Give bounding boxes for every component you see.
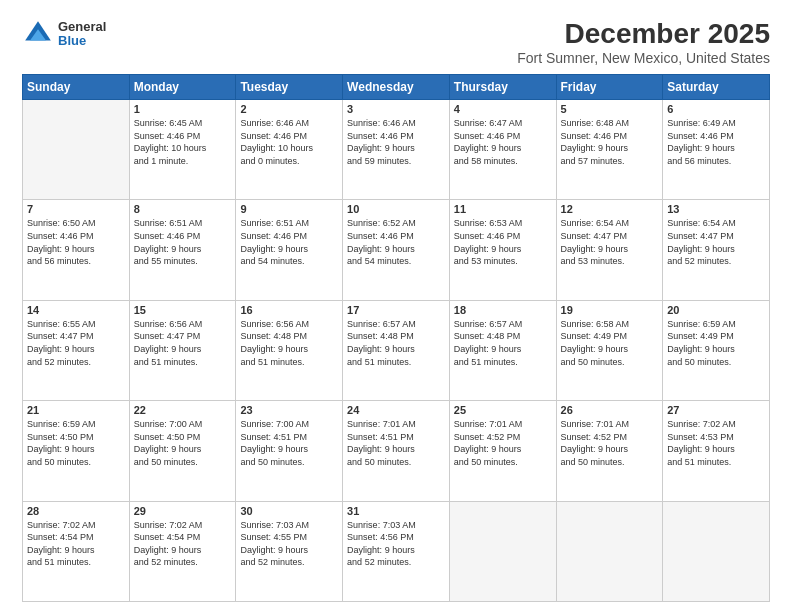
calendar-cell: 14Sunrise: 6:55 AM Sunset: 4:47 PM Dayli… (23, 300, 130, 400)
day-number: 17 (347, 304, 445, 316)
calendar-cell: 11Sunrise: 6:53 AM Sunset: 4:46 PM Dayli… (449, 200, 556, 300)
day-number: 3 (347, 103, 445, 115)
calendar-cell (556, 501, 663, 601)
day-number: 20 (667, 304, 765, 316)
calendar-cell: 4Sunrise: 6:47 AM Sunset: 4:46 PM Daylig… (449, 100, 556, 200)
day-info: Sunrise: 6:54 AM Sunset: 4:47 PM Dayligh… (561, 217, 659, 267)
header-tuesday: Tuesday (236, 75, 343, 100)
day-info: Sunrise: 7:01 AM Sunset: 4:51 PM Dayligh… (347, 418, 445, 468)
day-info: Sunrise: 6:45 AM Sunset: 4:46 PM Dayligh… (134, 117, 232, 167)
calendar-week-4: 21Sunrise: 6:59 AM Sunset: 4:50 PM Dayli… (23, 401, 770, 501)
calendar-cell: 26Sunrise: 7:01 AM Sunset: 4:52 PM Dayli… (556, 401, 663, 501)
day-number: 27 (667, 404, 765, 416)
calendar: Sunday Monday Tuesday Wednesday Thursday… (22, 74, 770, 602)
day-number: 15 (134, 304, 232, 316)
day-info: Sunrise: 7:03 AM Sunset: 4:56 PM Dayligh… (347, 519, 445, 569)
day-info: Sunrise: 6:51 AM Sunset: 4:46 PM Dayligh… (240, 217, 338, 267)
day-info: Sunrise: 6:51 AM Sunset: 4:46 PM Dayligh… (134, 217, 232, 267)
day-info: Sunrise: 6:53 AM Sunset: 4:46 PM Dayligh… (454, 217, 552, 267)
calendar-cell: 3Sunrise: 6:46 AM Sunset: 4:46 PM Daylig… (343, 100, 450, 200)
calendar-cell: 5Sunrise: 6:48 AM Sunset: 4:46 PM Daylig… (556, 100, 663, 200)
day-info: Sunrise: 6:56 AM Sunset: 4:47 PM Dayligh… (134, 318, 232, 368)
logo: General Blue (22, 18, 106, 50)
day-number: 12 (561, 203, 659, 215)
day-info: Sunrise: 6:48 AM Sunset: 4:46 PM Dayligh… (561, 117, 659, 167)
header-wednesday: Wednesday (343, 75, 450, 100)
calendar-cell: 13Sunrise: 6:54 AM Sunset: 4:47 PM Dayli… (663, 200, 770, 300)
calendar-week-3: 14Sunrise: 6:55 AM Sunset: 4:47 PM Dayli… (23, 300, 770, 400)
day-info: Sunrise: 6:47 AM Sunset: 4:46 PM Dayligh… (454, 117, 552, 167)
logo-blue: Blue (58, 34, 106, 48)
calendar-cell: 21Sunrise: 6:59 AM Sunset: 4:50 PM Dayli… (23, 401, 130, 501)
calendar-week-2: 7Sunrise: 6:50 AM Sunset: 4:46 PM Daylig… (23, 200, 770, 300)
day-info: Sunrise: 7:02 AM Sunset: 4:54 PM Dayligh… (134, 519, 232, 569)
day-info: Sunrise: 7:03 AM Sunset: 4:55 PM Dayligh… (240, 519, 338, 569)
header: General Blue December 2025 Fort Sumner, … (22, 18, 770, 66)
day-number: 7 (27, 203, 125, 215)
day-info: Sunrise: 6:52 AM Sunset: 4:46 PM Dayligh… (347, 217, 445, 267)
day-info: Sunrise: 6:58 AM Sunset: 4:49 PM Dayligh… (561, 318, 659, 368)
header-monday: Monday (129, 75, 236, 100)
calendar-cell: 12Sunrise: 6:54 AM Sunset: 4:47 PM Dayli… (556, 200, 663, 300)
calendar-header-row: Sunday Monday Tuesday Wednesday Thursday… (23, 75, 770, 100)
calendar-cell: 10Sunrise: 6:52 AM Sunset: 4:46 PM Dayli… (343, 200, 450, 300)
day-info: Sunrise: 7:02 AM Sunset: 4:53 PM Dayligh… (667, 418, 765, 468)
calendar-cell: 25Sunrise: 7:01 AM Sunset: 4:52 PM Dayli… (449, 401, 556, 501)
day-number: 28 (27, 505, 125, 517)
day-info: Sunrise: 6:46 AM Sunset: 4:46 PM Dayligh… (347, 117, 445, 167)
calendar-cell: 24Sunrise: 7:01 AM Sunset: 4:51 PM Dayli… (343, 401, 450, 501)
day-number: 21 (27, 404, 125, 416)
calendar-cell: 23Sunrise: 7:00 AM Sunset: 4:51 PM Dayli… (236, 401, 343, 501)
calendar-cell: 9Sunrise: 6:51 AM Sunset: 4:46 PM Daylig… (236, 200, 343, 300)
calendar-cell: 8Sunrise: 6:51 AM Sunset: 4:46 PM Daylig… (129, 200, 236, 300)
day-number: 10 (347, 203, 445, 215)
calendar-cell: 19Sunrise: 6:58 AM Sunset: 4:49 PM Dayli… (556, 300, 663, 400)
calendar-week-1: 1Sunrise: 6:45 AM Sunset: 4:46 PM Daylig… (23, 100, 770, 200)
calendar-cell: 27Sunrise: 7:02 AM Sunset: 4:53 PM Dayli… (663, 401, 770, 501)
day-info: Sunrise: 7:01 AM Sunset: 4:52 PM Dayligh… (454, 418, 552, 468)
day-info: Sunrise: 7:00 AM Sunset: 4:51 PM Dayligh… (240, 418, 338, 468)
day-info: Sunrise: 6:57 AM Sunset: 4:48 PM Dayligh… (454, 318, 552, 368)
day-info: Sunrise: 7:02 AM Sunset: 4:54 PM Dayligh… (27, 519, 125, 569)
day-number: 19 (561, 304, 659, 316)
calendar-cell: 2Sunrise: 6:46 AM Sunset: 4:46 PM Daylig… (236, 100, 343, 200)
calendar-cell: 20Sunrise: 6:59 AM Sunset: 4:49 PM Dayli… (663, 300, 770, 400)
day-number: 31 (347, 505, 445, 517)
subtitle: Fort Sumner, New Mexico, United States (517, 50, 770, 66)
calendar-week-5: 28Sunrise: 7:02 AM Sunset: 4:54 PM Dayli… (23, 501, 770, 601)
header-thursday: Thursday (449, 75, 556, 100)
calendar-cell: 1Sunrise: 6:45 AM Sunset: 4:46 PM Daylig… (129, 100, 236, 200)
day-number: 11 (454, 203, 552, 215)
day-info: Sunrise: 6:57 AM Sunset: 4:48 PM Dayligh… (347, 318, 445, 368)
day-number: 13 (667, 203, 765, 215)
day-number: 24 (347, 404, 445, 416)
calendar-cell: 16Sunrise: 6:56 AM Sunset: 4:48 PM Dayli… (236, 300, 343, 400)
calendar-cell (663, 501, 770, 601)
title-block: December 2025 Fort Sumner, New Mexico, U… (517, 18, 770, 66)
logo-icon (22, 18, 54, 50)
day-info: Sunrise: 6:46 AM Sunset: 4:46 PM Dayligh… (240, 117, 338, 167)
day-info: Sunrise: 6:56 AM Sunset: 4:48 PM Dayligh… (240, 318, 338, 368)
calendar-cell: 22Sunrise: 7:00 AM Sunset: 4:50 PM Dayli… (129, 401, 236, 501)
header-friday: Friday (556, 75, 663, 100)
day-info: Sunrise: 7:01 AM Sunset: 4:52 PM Dayligh… (561, 418, 659, 468)
day-number: 8 (134, 203, 232, 215)
day-info: Sunrise: 6:55 AM Sunset: 4:47 PM Dayligh… (27, 318, 125, 368)
day-number: 26 (561, 404, 659, 416)
calendar-cell: 15Sunrise: 6:56 AM Sunset: 4:47 PM Dayli… (129, 300, 236, 400)
day-number: 25 (454, 404, 552, 416)
header-sunday: Sunday (23, 75, 130, 100)
day-info: Sunrise: 6:49 AM Sunset: 4:46 PM Dayligh… (667, 117, 765, 167)
day-info: Sunrise: 6:59 AM Sunset: 4:49 PM Dayligh… (667, 318, 765, 368)
day-number: 22 (134, 404, 232, 416)
calendar-cell: 28Sunrise: 7:02 AM Sunset: 4:54 PM Dayli… (23, 501, 130, 601)
logo-text: General Blue (58, 20, 106, 49)
header-saturday: Saturday (663, 75, 770, 100)
day-number: 5 (561, 103, 659, 115)
day-info: Sunrise: 6:54 AM Sunset: 4:47 PM Dayligh… (667, 217, 765, 267)
main-title: December 2025 (517, 18, 770, 50)
calendar-cell: 18Sunrise: 6:57 AM Sunset: 4:48 PM Dayli… (449, 300, 556, 400)
day-number: 6 (667, 103, 765, 115)
day-number: 29 (134, 505, 232, 517)
calendar-cell: 29Sunrise: 7:02 AM Sunset: 4:54 PM Dayli… (129, 501, 236, 601)
